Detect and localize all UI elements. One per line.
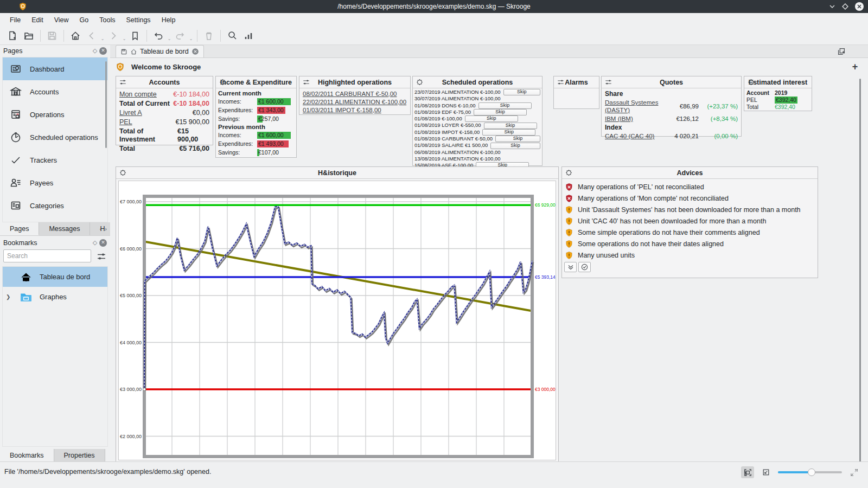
highlighted-operation-link[interactable]: 01/03/2011 IMPOT €-158,00 [299,106,410,114]
dock-tab[interactable]: Pages [0,222,39,235]
advice-item[interactable]: Many operations of 'Mon compte' not reco… [562,192,818,204]
back-dropdown-icon[interactable]: ⌄ [100,26,105,45]
highlighted-operation-link[interactable]: 22/02/2011 ALIMENTATION €-100,00 [299,98,410,106]
gear-icon[interactable] [219,78,227,86]
welcome-banner: Welcome to Skrooge [116,62,201,72]
skip-button[interactable]: Skip [495,136,540,142]
advice-item[interactable]: Some simple operations do not have their… [562,227,818,238]
dock-tab[interactable]: Messages [39,222,90,235]
redo-icon[interactable] [172,28,188,43]
quote-name-link[interactable]: CAC 40 (CAC 40) [605,132,667,140]
menu-item[interactable]: Go [74,14,94,26]
undo-dropdown-icon[interactable]: ⌄ [167,26,172,45]
gear-icon[interactable] [416,78,424,86]
tab-scroll-left-icon[interactable]: ‹ [100,226,102,232]
detach-tab-icon[interactable] [837,47,846,56]
float-panel-icon[interactable]: ◇ [91,239,99,247]
settings-sliders-icon[interactable] [557,78,565,86]
sidebar-page-item[interactable]: Scheduled operations [3,126,107,149]
sidebar-page-item[interactable]: Payees [3,171,107,194]
delete-icon[interactable] [201,28,217,43]
dock-tab[interactable]: Bookmarks [0,449,54,462]
expander-icon[interactable]: ❯ [6,294,10,300]
income-row-label: Incomes: [218,98,257,105]
forward-dropdown-icon[interactable]: ⌄ [122,26,127,45]
report-chart-icon[interactable] [240,28,257,43]
close-panel-icon[interactable]: ✕ [99,239,107,247]
skip-button[interactable]: Skip [484,123,537,129]
advice-severity-shield-icon [565,228,573,237]
expand-view-button[interactable] [847,466,860,478]
account-name[interactable]: Livret A [119,109,142,117]
maximize-icon[interactable] [840,1,851,12]
settings-sliders-icon[interactable] [604,78,612,86]
sidebar-page-item[interactable]: Dashboard [3,57,107,80]
float-panel-icon[interactable]: ◇ [91,47,99,55]
zoom-slider[interactable] [778,468,842,476]
sidebar-page-item[interactable]: Operations [3,103,107,126]
skip-button[interactable]: Skip [503,89,540,95]
advice-item[interactable]: Many unused units [562,249,818,261]
skip-button[interactable]: Skip [482,129,535,136]
main-scrollbar[interactable] [859,79,861,462]
add-widget-button[interactable]: + [849,61,861,73]
sidebar-page-item[interactable]: Categories [3,194,107,217]
gear-icon[interactable] [747,78,755,86]
close-panel-icon[interactable]: ✕ [99,47,107,55]
close-tab-icon[interactable] [192,48,199,55]
skip-button[interactable]: Skip [474,109,527,115]
tab-scroll-right-icon[interactable]: › [105,226,107,232]
settings-sliders-icon[interactable] [302,78,310,86]
menu-item[interactable]: File [4,14,26,26]
account-name[interactable]: Total of Current [119,100,170,108]
bookmark-item[interactable]: ❯ Graphes [3,287,107,307]
redo-dropdown-icon[interactable]: ⌄ [188,26,194,45]
bookmarks-search-input[interactable]: Search [3,249,91,262]
filter-icon[interactable] [96,251,107,262]
dismiss-advices-icon[interactable] [578,262,591,272]
zoom-original-button[interactable] [760,466,773,478]
search-icon[interactable] [224,28,240,43]
sidebar-page-item[interactable]: Trackers [3,149,107,171]
skip-button[interactable]: Skip [465,115,518,122]
zoom-slider-thumb[interactable] [808,468,815,476]
account-name[interactable]: PEL [119,118,132,126]
quote-name-link[interactable]: Dassault Systemes (DASTY) [605,99,667,114]
open-file-icon[interactable] [21,28,37,43]
expand-advices-icon[interactable] [564,262,577,272]
menu-item[interactable]: View [49,14,74,26]
forward-icon[interactable] [105,28,122,43]
undo-icon[interactable] [150,28,167,43]
home-icon[interactable] [67,28,84,43]
advice-item[interactable]: Many operations of 'PEL' not reconciliat… [562,181,818,192]
new-document-icon[interactable] [4,28,21,43]
highlighted-operation-link[interactable]: 08/02/2011 CARBURANT €-50,00 [299,89,410,98]
account-name[interactable]: Total [119,145,135,153]
advice-item[interactable]: Unit 'Dassault Systemes' has not been do… [562,204,818,215]
dock-tab[interactable]: Properties [54,449,105,462]
save-icon[interactable] [44,28,60,43]
account-name[interactable]: Total of Investment [119,127,177,144]
menu-item[interactable]: Tools [94,14,120,26]
sidebar-page-item[interactable]: Accounts [3,80,107,103]
menu-item[interactable]: Settings [120,14,156,26]
gear-icon[interactable] [119,169,127,177]
back-icon[interactable] [84,28,100,43]
tab-tableau-de-bord[interactable]: Tableau de bord [116,45,204,57]
advice-item[interactable]: Unit 'CAC 40' has not been downloaded fo… [562,215,818,227]
account-name[interactable]: Mon compte [119,91,157,99]
close-icon[interactable] [854,1,865,12]
gear-icon[interactable] [565,169,573,177]
bookmark-icon[interactable] [127,28,143,43]
minimize-icon[interactable] [827,1,838,12]
menu-item[interactable]: Edit [26,14,49,26]
skip-button[interactable]: Skip [478,102,532,109]
bookmark-item[interactable]: ❯ Tableau de bord [3,267,107,287]
menu-item[interactable]: Help [156,14,181,26]
advice-item[interactable]: Some operations do not have their dates … [562,238,818,249]
skip-button[interactable]: Skip [490,143,540,149]
pages-scrollbar[interactable] [105,61,107,148]
settings-sliders-icon[interactable] [119,78,127,86]
quote-name-link[interactable]: IBM (IBM) [605,115,667,123]
zoom-fit-button[interactable] [741,466,754,478]
